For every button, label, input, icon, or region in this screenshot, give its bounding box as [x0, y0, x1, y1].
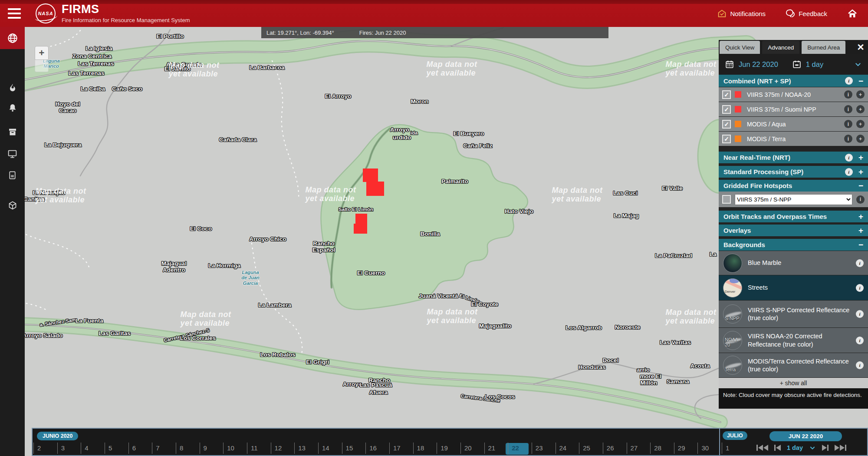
timeline-day[interactable]: 27 — [631, 444, 638, 452]
sidebar-item-archive[interactable] — [0, 122, 25, 142]
calendar-icon[interactable] — [725, 59, 734, 69]
skip-to-start-icon[interactable] — [756, 445, 768, 451]
timeline-day[interactable]: 30 — [701, 444, 709, 452]
selected-date[interactable]: Jun 22 2020 — [739, 60, 778, 69]
date-range-value[interactable]: 1 day — [806, 60, 823, 69]
timeline-day[interactable]: 22 — [512, 444, 519, 452]
notifications-button[interactable]: Notifications — [717, 9, 766, 18]
step-forward-icon[interactable] — [822, 445, 829, 451]
chevron-down-icon[interactable] — [854, 60, 862, 68]
info-icon[interactable]: i — [856, 361, 864, 369]
collapse-icon[interactable]: − — [858, 77, 863, 85]
section-overlays[interactable]: Overlays + — [719, 225, 868, 236]
background-row[interactable]: S-NPPVIIRS S-NPP Corrected Reflectance (… — [719, 301, 868, 327]
info-icon[interactable]: i — [844, 90, 852, 99]
timeline-step-selector[interactable]: 1 day — [787, 444, 803, 451]
info-icon[interactable]: i — [856, 310, 864, 318]
section-nrt[interactable]: Near Real-Time (NRT) i + — [719, 152, 868, 163]
timeline-day[interactable]: 15 — [346, 444, 353, 452]
sidebar-item-alerts[interactable] — [0, 98, 25, 118]
timeline-day[interactable]: 4 — [85, 444, 88, 452]
timeline-day[interactable]: 16 — [369, 444, 377, 452]
info-icon[interactable]: i — [844, 120, 852, 128]
timeline-day[interactable]: 13 — [298, 444, 306, 452]
info-icon[interactable]: i — [856, 337, 864, 344]
collapse-icon[interactable]: − — [858, 241, 863, 249]
background-row[interactable]: TerraMODIS/Terra Corrected Reflectance (… — [719, 353, 868, 377]
layer-checkbox[interactable]: ✓ — [722, 105, 731, 114]
tab-burned-area[interactable]: Burned Area — [802, 41, 845, 54]
nasa-logo[interactable]: NASA — [36, 3, 56, 23]
step-back-icon[interactable] — [774, 445, 781, 451]
expand-icon[interactable]: + — [858, 168, 863, 176]
section-sp[interactable]: Standard Processing (SP) i + — [719, 166, 868, 178]
add-icon[interactable]: + — [856, 90, 865, 99]
timeline-day[interactable]: 20 — [464, 444, 472, 452]
timeline-day[interactable]: 23 — [536, 444, 543, 452]
menu-icon[interactable] — [8, 8, 21, 19]
timeline-day[interactable]: 5 — [108, 444, 112, 452]
feedback-button[interactable]: Feedback — [786, 9, 827, 18]
collapse-icon[interactable]: − — [858, 182, 863, 190]
timeline-day[interactable]: 26 — [607, 444, 614, 452]
section-orbit-tracks[interactable]: Orbit Tracks and Overpass Times + — [719, 211, 868, 222]
expand-icon[interactable]: + — [858, 212, 863, 221]
background-row[interactable]: DenverStreetsi — [719, 275, 868, 300]
add-icon[interactable]: + — [856, 105, 865, 113]
timeline-day[interactable]: 18 — [417, 444, 424, 452]
timeline-day[interactable]: 9 — [204, 444, 207, 452]
layer-checkbox[interactable]: ✓ — [722, 135, 731, 143]
section-backgrounds[interactable]: Backgrounds − — [719, 239, 868, 251]
section-combined[interactable]: Combined (NRT + SP) i − — [719, 75, 868, 87]
info-icon[interactable]: i — [856, 195, 865, 204]
info-icon[interactable]: i — [844, 135, 852, 143]
timeline-day[interactable]: 28 — [654, 444, 661, 452]
timeline-day[interactable]: 11 — [251, 444, 258, 452]
timeline-day[interactable]: 25 — [583, 444, 590, 452]
timeline-day[interactable]: 19 — [441, 444, 448, 452]
timeline-day[interactable]: 6 — [132, 444, 136, 452]
timeline-day[interactable]: 3 — [61, 444, 65, 452]
timeline-day[interactable]: 2 — [37, 444, 41, 452]
timeline-day[interactable]: 21 — [488, 444, 496, 452]
show-all-button[interactable]: + show all — [719, 378, 868, 388]
info-icon[interactable]: i — [844, 105, 852, 113]
layer-checkbox[interactable]: ✓ — [722, 90, 731, 99]
info-icon[interactable]: i — [856, 284, 864, 292]
close-panel-icon[interactable]: ✕ — [854, 41, 867, 54]
chevron-down-icon[interactable] — [809, 444, 816, 451]
sidebar-item-map[interactable] — [0, 27, 25, 49]
sidebar-item-web-services[interactable] — [0, 144, 25, 164]
timeline-day[interactable]: 1 — [726, 444, 729, 452]
info-icon[interactable]: i — [856, 259, 864, 267]
tab-advanced[interactable]: Advanced — [762, 41, 799, 54]
skip-to-end-icon[interactable] — [835, 445, 846, 451]
timeline-day[interactable]: 17 — [393, 444, 401, 452]
gridded-layer-select[interactable]: VIIRS 375m / S-NPP — [735, 194, 852, 205]
info-icon[interactable]: i — [845, 154, 853, 162]
expand-icon[interactable]: + — [858, 153, 863, 162]
info-icon[interactable]: i — [845, 168, 853, 176]
timeline-day[interactable]: 24 — [559, 444, 567, 452]
sidebar-item-data-products[interactable] — [0, 195, 25, 215]
expand-icon[interactable]: + — [858, 226, 863, 235]
gridded-checkbox[interactable] — [722, 195, 731, 204]
timeline-day[interactable]: 14 — [322, 444, 329, 452]
sidebar-item-documentation[interactable] — [0, 165, 25, 185]
add-icon[interactable]: + — [856, 135, 865, 143]
timeline-day[interactable]: 10 — [227, 444, 234, 452]
date-range-icon[interactable] — [792, 59, 802, 69]
background-row[interactable]: Blue Marblei — [719, 251, 868, 275]
zoom-out-button[interactable] — [35, 60, 49, 72]
background-row[interactable]: NOAA-20VIIRS NOAA-20 Corrected Reflectan… — [719, 328, 868, 353]
timeline-day[interactable]: 29 — [678, 444, 685, 452]
zoom-in-button[interactable]: + — [35, 46, 49, 60]
home-button[interactable] — [847, 9, 858, 18]
timeline[interactable]: JUNIO 2020 23456789101112131415161718192… — [32, 428, 868, 456]
layer-checkbox[interactable]: ✓ — [722, 120, 731, 129]
tab-quick-view[interactable]: Quick View — [720, 41, 760, 54]
add-icon[interactable]: + — [856, 120, 865, 128]
timeline-day[interactable]: 7 — [156, 444, 159, 452]
timeline-day[interactable]: 12 — [275, 444, 282, 452]
sidebar-item-active-fires[interactable] — [0, 78, 25, 98]
